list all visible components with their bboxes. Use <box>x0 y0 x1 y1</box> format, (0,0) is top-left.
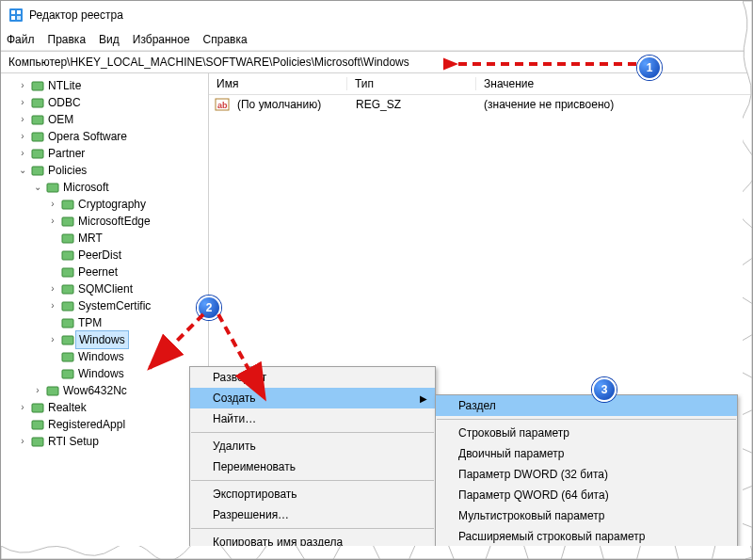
svg-rect-17 <box>62 285 73 294</box>
expand-icon[interactable]: › <box>46 331 59 348</box>
tree-node-sqm[interactable]: SQMClient <box>76 280 135 297</box>
columns-header: Имя Тип Значение <box>209 73 752 95</box>
expand-icon[interactable]: › <box>16 94 29 111</box>
folder-icon <box>61 316 74 329</box>
ctx-delete[interactable]: Удалить <box>190 436 435 456</box>
menu-edit[interactable]: Правка <box>48 33 87 46</box>
ctx-new-expandstring[interactable]: Расширяемый строковый параметр <box>436 526 737 547</box>
expand-icon[interactable]: › <box>31 382 44 399</box>
menu-favorites[interactable]: Избранное <box>133 33 190 46</box>
expand-icon[interactable]: › <box>46 213 59 230</box>
col-value[interactable]: Значение <box>476 77 752 90</box>
folder-icon <box>61 333 74 346</box>
ctx-new-binary[interactable]: Двоичный параметр <box>436 443 737 464</box>
tree-node-windows2[interactable]: Windows <box>76 348 126 365</box>
folder-icon <box>61 350 74 363</box>
expand-icon[interactable]: › <box>16 77 29 94</box>
tree-node-windows3[interactable]: Windows <box>76 365 126 382</box>
col-name[interactable]: Имя <box>209 77 347 90</box>
tree-node-oem[interactable]: OEM <box>46 111 75 128</box>
tree-node-syscert[interactable]: SystemCertific <box>76 297 152 314</box>
tree-node-regapp[interactable]: RegisteredAppl <box>46 416 127 433</box>
svg-rect-21 <box>62 353 73 361</box>
collapse-icon[interactable]: ⌄ <box>31 179 44 196</box>
ctx-expand[interactable]: Развернут <box>190 367 435 388</box>
ctx-find[interactable]: Найти… <box>190 408 435 429</box>
tree-panel[interactable]: ›NTLite ›ODBC ›OEM ›Opera Software ›Part… <box>1 73 209 560</box>
tree-node-policies[interactable]: Policies <box>46 162 88 179</box>
folder-icon <box>31 113 44 126</box>
separator <box>191 432 434 433</box>
folder-icon <box>31 147 44 160</box>
tree-node-ntlite[interactable]: NTLite <box>46 77 83 94</box>
expand-icon[interactable]: › <box>46 280 59 297</box>
col-type[interactable]: Тип <box>347 77 476 90</box>
context-menu: Развернут Создать▶ Найти… Удалить Переим… <box>189 366 436 553</box>
svg-rect-23 <box>47 387 58 395</box>
folder-icon <box>61 232 74 245</box>
svg-text:ab: ab <box>217 101 228 110</box>
tree-node-peernet[interactable]: Peernet <box>76 264 120 280</box>
tree-node-realtek[interactable]: Realtek <box>46 399 88 416</box>
svg-rect-22 <box>62 370 73 378</box>
ctx-new-string[interactable]: Строковый параметр <box>436 423 737 443</box>
tree-node-wow64[interactable]: Wow6432Nc <box>61 382 129 399</box>
tree-node-rtlsetup[interactable]: RTI Setup <box>46 433 101 450</box>
expand-icon[interactable]: › <box>16 128 29 145</box>
tree-node-opera[interactable]: Opera Software <box>46 128 129 145</box>
svg-rect-13 <box>62 217 73 226</box>
tree-node-microsoft[interactable]: Microsoft <box>61 179 111 196</box>
ctx-export[interactable]: Экспортировать <box>190 484 435 504</box>
expand-icon[interactable]: › <box>46 196 59 213</box>
ctx-permissions[interactable]: Разрешения… <box>190 504 435 525</box>
folder-icon <box>61 198 74 211</box>
menu-view[interactable]: Вид <box>99 33 120 46</box>
svg-rect-10 <box>32 167 43 175</box>
ctx-new-multistring[interactable]: Мультистроковый параметр <box>436 505 737 526</box>
expand-icon[interactable]: › <box>16 111 29 128</box>
expand-icon[interactable]: › <box>46 297 59 314</box>
folder-icon <box>61 248 74 262</box>
tree-node-windows-selected[interactable]: Windows <box>75 330 129 349</box>
svg-rect-25 <box>32 421 43 429</box>
tree-node-mrt[interactable]: MRT <box>76 230 104 247</box>
tree-node-edge[interactable]: MicrosoftEdge <box>76 213 152 230</box>
ctx-new-key[interactable]: Раздел <box>436 395 737 416</box>
collapse-icon[interactable]: ⌄ <box>16 162 29 179</box>
expand-icon[interactable]: › <box>16 433 29 450</box>
folder-icon <box>31 164 44 177</box>
tree-node-odbc[interactable]: ODBC <box>46 94 83 111</box>
menu-file[interactable]: Файл <box>7 33 35 46</box>
folder-icon <box>61 215 74 228</box>
context-submenu-new: Раздел Строковый параметр Двоичный парам… <box>435 394 738 548</box>
value-row-default[interactable]: ab (По умолчанию) REG_SZ (значение не пр… <box>209 95 752 114</box>
svg-rect-7 <box>32 116 43 124</box>
tree-node-partner[interactable]: Partner <box>46 145 87 162</box>
menu-help[interactable]: Справка <box>203 33 248 46</box>
expand-icon[interactable]: › <box>16 399 29 416</box>
tree-node-tpm[interactable]: TPM <box>76 314 104 331</box>
ctx-rename[interactable]: Переименовать <box>190 456 435 477</box>
svg-rect-14 <box>62 234 73 243</box>
svg-rect-12 <box>62 200 73 209</box>
svg-rect-1 <box>11 10 15 14</box>
ctx-new-qword[interactable]: Параметр QWORD (64 бита) <box>436 485 737 505</box>
expand-icon[interactable]: › <box>16 145 29 162</box>
separator <box>191 480 434 481</box>
svg-rect-6 <box>32 99 43 107</box>
svg-rect-24 <box>32 404 43 412</box>
svg-rect-9 <box>32 150 43 158</box>
regedit-icon <box>8 8 24 23</box>
torn-edge-right <box>743 1 752 559</box>
ctx-create[interactable]: Создать▶ <box>190 388 435 408</box>
svg-rect-5 <box>32 82 43 90</box>
string-value-icon: ab <box>215 97 230 112</box>
tree-node-crypto[interactable]: Cryptography <box>76 196 148 213</box>
value-name: (По умолчанию) <box>230 98 348 111</box>
folder-icon <box>31 130 44 143</box>
menubar: Файл Правка Вид Избранное Справка <box>1 29 752 51</box>
ctx-new-dword[interactable]: Параметр DWORD (32 бита) <box>436 464 737 485</box>
tree-node-peerdist[interactable]: PeerDist <box>76 247 123 264</box>
svg-rect-4 <box>17 16 21 20</box>
folder-icon <box>31 96 44 109</box>
